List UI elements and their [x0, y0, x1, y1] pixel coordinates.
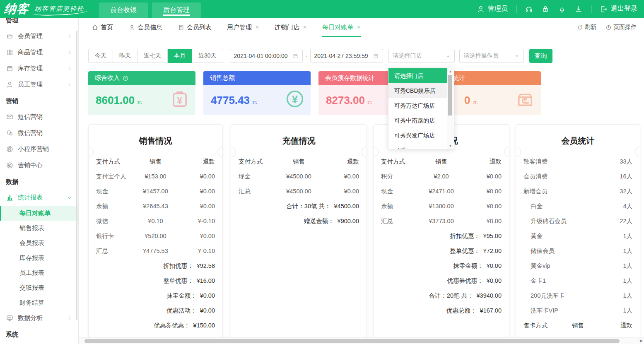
wechat-icon	[6, 129, 14, 137]
calendar-icon	[292, 53, 299, 59]
tab-2[interactable]: 会员列表	[178, 18, 212, 37]
sidebar-subitem-14[interactable]: 会员报表	[0, 236, 78, 250]
scroll-down-arrow[interactable]: ▼	[447, 144, 454, 148]
sidebar-item-1[interactable]: 会员管理	[0, 28, 78, 44]
tab-5[interactable]: 每日对账单✕	[322, 18, 361, 37]
sidebar-subitem-12[interactable]: 每日对账单	[0, 206, 78, 221]
panel-sales-header-col-1: 销售	[134, 158, 177, 166]
dropdown-option-2[interactable]: 可秀万达广场店	[388, 98, 447, 113]
app-logo: 纳客	[4, 1, 30, 17]
summary-value: ¥0.00	[200, 292, 215, 299]
panel-sales-row-2-col-2: ¥0.00	[177, 203, 215, 209]
panel-consume-row-0-col-1: ¥2.00	[420, 173, 463, 180]
bell-icon[interactable]	[558, 5, 566, 13]
quick-range-1[interactable]: 昨天	[113, 49, 137, 63]
sidebar-subitem-16[interactable]: 员工报表	[0, 265, 78, 280]
member-stat-10: 洗车卡VIP1人	[523, 303, 632, 318]
horizontal-scrollbar-thumb[interactable]	[84, 339, 620, 343]
sidebar-subitem-15[interactable]: 库存报表	[0, 250, 78, 265]
top-nav-label: 前台收银	[110, 6, 137, 14]
member-stat-9: 200元洗车卡1人	[523, 288, 632, 303]
sidebar-subitem-17[interactable]: 交班报表	[0, 280, 78, 295]
question-icon: ?	[122, 75, 129, 82]
tab-close-icon[interactable]: ✕	[255, 24, 259, 30]
sidebar-item-19[interactable]: 数据分析	[0, 310, 78, 326]
panel-sales-summary-0: 折扣优惠：¥92.58	[96, 258, 215, 273]
dropdown-option-partial[interactable]: 可秀	[388, 143, 447, 149]
dropdown-option-1[interactable]: 可秀CBD娱乐店	[388, 83, 447, 98]
quick-range-0[interactable]: 今天	[88, 49, 113, 63]
download-icon[interactable]	[574, 5, 583, 13]
sidebar-item-4[interactable]: 员工管理	[0, 77, 78, 93]
sidebar-item-11[interactable]: 统计报表	[0, 190, 78, 206]
current-user[interactable]: 管理员	[477, 5, 508, 13]
horizontal-scrollbar[interactable]: ▶	[79, 337, 644, 344]
panel-title: 会员统计	[516, 135, 640, 147]
panel-recharge-row-0-col-2: ¥0.00	[321, 173, 359, 180]
tab-3[interactable]: 用户管理✕	[227, 18, 259, 37]
summary-label: 整单优惠：	[450, 247, 480, 255]
summary-label: 合计：30笔 共：	[286, 202, 330, 210]
tab-4[interactable]: 连锁门店✕	[275, 18, 307, 37]
scroll-up-arrow[interactable]: ▲	[447, 70, 454, 73]
tab-close-icon[interactable]: ✕	[303, 24, 307, 30]
panel-sales-row-0-col-1: ¥153.00	[134, 173, 177, 180]
page-ops-button[interactable]: 页面操作	[605, 24, 637, 31]
tabbar-actions: 刷新 页面操作	[577, 24, 637, 31]
top-nav-cashier[interactable]: 前台收银	[99, 2, 148, 18]
dropdown-option-4[interactable]: 可秀兴发广场店	[388, 128, 447, 143]
dropdown-scrollbar-thumb[interactable]	[448, 75, 452, 115]
search-button[interactable]: 查询	[529, 49, 552, 63]
open-page-tabs: 首页会员信息会员列表用户管理✕连锁门店✕每日对账单✕	[92, 18, 376, 37]
panel-consume-header-col-2: 退款	[463, 158, 502, 166]
panel-sales-summary-1: 整单优惠：¥16.00	[96, 273, 215, 288]
sidebar-item-3[interactable]: 库存管理	[0, 60, 78, 77]
start-date-input[interactable]: 2021-04-01 00:00:00	[230, 49, 303, 63]
panel-sales-row-1-col-1: ¥1457.00	[134, 188, 177, 195]
sidebar-scrollbar[interactable]	[76, 31, 77, 320]
scroll-right-arrow[interactable]: ▶	[640, 339, 643, 343]
headset-icon[interactable]	[525, 5, 533, 13]
panel-sales-summary-3: 优惠活动：¥0.00	[96, 303, 215, 318]
end-date-input[interactable]: 2021-04-27 23:59:59	[310, 49, 383, 63]
sidebar-item-6[interactable]: 短信营销	[0, 109, 78, 125]
member-stat-8: 金卡11人	[523, 273, 632, 288]
dropdown-option-0[interactable]: 请选择门店	[388, 68, 447, 83]
stat-card-title: 销售总额	[203, 71, 311, 85]
lock-icon[interactable]	[541, 5, 550, 13]
store-select[interactable]: 请选择门店 ▲	[388, 49, 455, 63]
sms-icon	[6, 113, 14, 121]
logout-button[interactable]: 退出登录	[600, 5, 637, 13]
panel-recharge-row-1-col-0: 汇总	[239, 188, 277, 195]
quick-range-3[interactable]: 本月	[168, 49, 192, 63]
sidebar-subitem-18[interactable]: 财务结算	[0, 295, 78, 310]
panel-sales-row-5-col-2: ¥-0.10	[177, 248, 215, 254]
tab-0[interactable]: 首页	[92, 18, 113, 37]
panel-sales-row-0-col-0: 支付宝个人	[96, 173, 134, 180]
sidebar-item-7[interactable]: 微信营销	[0, 125, 78, 141]
quick-range-4[interactable]: 近30天	[192, 49, 223, 63]
dropdown-option-3[interactable]: 可秀中南路的店	[388, 113, 447, 128]
refresh-button[interactable]: 刷新	[577, 24, 596, 31]
summary-value: ¥95.00	[483, 233, 502, 239]
operator-select[interactable]: 请选择操作员 ▼	[459, 49, 523, 63]
svg-text:¥: ¥	[292, 93, 298, 106]
topbar-actions: 管理员 退出登录	[477, 5, 644, 13]
sidebar-item-2[interactable]: 商品管理	[0, 44, 78, 60]
top-nav-backoffice[interactable]: 后台管理	[152, 2, 201, 18]
member-stat-label: 储值会员	[523, 247, 623, 255]
panel-consume: 消费情况支付方式销售退款积分¥2.00¥0.00现金¥2471.00¥0.00余…	[373, 124, 509, 344]
divider	[516, 5, 516, 13]
sidebar-item-8[interactable]: 小程序营销	[0, 141, 78, 157]
member-stat-label: 会员消费	[523, 173, 620, 180]
tab-close-icon[interactable]: ✕	[357, 24, 361, 30]
tab-1[interactable]: 会员信息	[128, 18, 162, 37]
sidebar-subitem-13[interactable]: 销售报表	[0, 221, 78, 236]
quick-range-2[interactable]: 近七天	[137, 49, 168, 63]
panel-member: 会员统计散客消费33人会员消费16人新增会员32人白金4人升级砖石会员22人黄金…	[516, 124, 640, 344]
panel-consume-row-0-col-0: 积分	[381, 173, 420, 180]
member-stat-label: 散客消费	[523, 158, 620, 166]
panel-member-footer-header-0: 售卡方式销售退款	[523, 318, 632, 333]
sidebar-item-9[interactable]: 营销中心	[0, 157, 78, 173]
current-user-label: 管理员	[488, 5, 508, 13]
